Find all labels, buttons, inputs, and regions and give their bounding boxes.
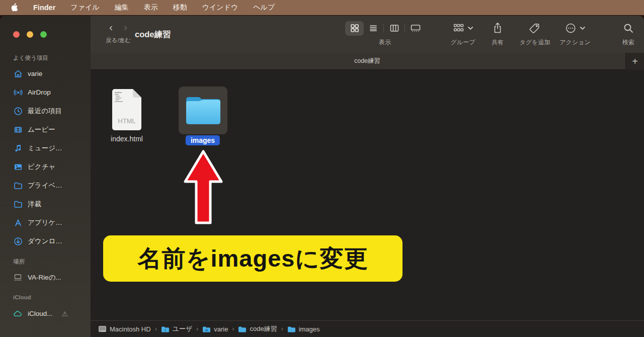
html-file-icon: HTML bbox=[111, 88, 143, 131]
sidebar-item-downloads[interactable]: ダウンロ… bbox=[0, 232, 91, 250]
menu-view[interactable]: 表示 bbox=[144, 3, 158, 12]
zoom-button[interactable] bbox=[40, 31, 47, 38]
home-folder-icon bbox=[202, 326, 211, 332]
icon-view-button[interactable] bbox=[345, 21, 364, 36]
action-label: アクション bbox=[559, 38, 590, 47]
share-label: 共有 bbox=[492, 38, 504, 47]
back-button[interactable]: ‹ bbox=[109, 21, 113, 33]
breadcrumb-separator: › bbox=[154, 325, 157, 332]
menu-help[interactable]: ヘルプ bbox=[253, 3, 275, 12]
breadcrumb-separator: › bbox=[196, 325, 199, 332]
share-tool[interactable]: 共有 bbox=[492, 21, 504, 47]
blue-folder-icon bbox=[183, 95, 223, 127]
file-name: index.html bbox=[99, 135, 154, 143]
file-index-html[interactable]: HTML index.html bbox=[99, 88, 154, 143]
svg-text:HTML: HTML bbox=[118, 117, 135, 125]
crumb-users[interactable]: ユーザ bbox=[161, 324, 193, 333]
breadcrumb-separator: › bbox=[231, 325, 234, 332]
menu-edit[interactable]: 編集 bbox=[115, 3, 129, 12]
back-forward-label: 戻る/進む bbox=[97, 37, 140, 44]
selected-file-name[interactable]: images bbox=[186, 135, 220, 145]
view-switcher: 表示 bbox=[345, 21, 425, 47]
view-label: 表示 bbox=[379, 38, 391, 47]
main-area: ‹ › 戻る/進む code練習 表示 bbox=[91, 16, 644, 337]
sidebar-section-icloud: iCloud bbox=[0, 294, 91, 302]
appstore-icon bbox=[13, 218, 23, 227]
finder-window: よく使う項目 varie AirDrop 最近の項目 ムービー ミュージ… bbox=[0, 16, 644, 337]
home-icon bbox=[13, 69, 23, 78]
group-tool[interactable]: グループ bbox=[451, 21, 475, 47]
search-icon bbox=[623, 23, 634, 34]
window-title: code練習 bbox=[135, 29, 171, 40]
tag-icon bbox=[529, 22, 541, 34]
group-icon bbox=[453, 23, 465, 34]
search-tool[interactable]: 検索 bbox=[622, 21, 634, 47]
airdrop-icon bbox=[13, 88, 23, 97]
tab-code-renshu[interactable]: code練習 bbox=[354, 57, 380, 65]
users-folder-icon bbox=[161, 326, 170, 332]
sidebar: よく使う項目 varie AirDrop 最近の項目 ムービー ミュージ… bbox=[0, 16, 91, 337]
crumb-code-renshu[interactable]: code練習 bbox=[238, 324, 277, 333]
picture-icon bbox=[13, 162, 23, 172]
clock-icon bbox=[13, 106, 23, 116]
group-label: グループ bbox=[451, 38, 475, 47]
close-button[interactable] bbox=[13, 31, 20, 38]
folder-icon bbox=[238, 326, 247, 332]
action-tool[interactable]: アクション bbox=[559, 21, 590, 47]
crumb-images[interactable]: images bbox=[287, 325, 320, 333]
laptop-icon bbox=[13, 273, 23, 282]
sidebar-item-music[interactable]: ミュージ… bbox=[0, 139, 91, 157]
annotation-banner: 名前をimagesに変更 bbox=[103, 235, 403, 282]
menu-file[interactable]: ファイル bbox=[70, 3, 99, 12]
tag-tool[interactable]: タグを追加 bbox=[520, 21, 550, 47]
menu-bar: Finder ファイル 編集 表示 移動 ウインドウ ヘルプ bbox=[0, 0, 644, 15]
sidebar-item-yousai[interactable]: 洋裁 bbox=[0, 195, 91, 213]
cloud-icon bbox=[13, 309, 23, 318]
sidebar-item-recents[interactable]: 最近の項目 bbox=[0, 102, 91, 120]
sidebar-item-movies[interactable]: ムービー bbox=[0, 120, 91, 139]
tag-label: タグを追加 bbox=[520, 38, 550, 47]
navigation-group: ‹ › 戻る/進む bbox=[97, 19, 140, 44]
sidebar-item-applications[interactable]: アプリケ… bbox=[0, 213, 91, 232]
tab-bar: code練習 + bbox=[91, 53, 644, 70]
menu-go[interactable]: 移動 bbox=[173, 3, 187, 12]
breadcrumb-separator: › bbox=[281, 325, 284, 332]
sidebar-item-airdrop[interactable]: AirDrop bbox=[0, 83, 91, 102]
search-label: 検索 bbox=[622, 38, 634, 47]
share-icon bbox=[493, 22, 503, 34]
sidebar-item-va-rie-mac[interactable]: VA-Rieの... bbox=[0, 268, 91, 287]
warning-icon: ⚠ bbox=[62, 310, 68, 318]
chevron-down-icon bbox=[468, 26, 473, 30]
new-tab-button[interactable]: + bbox=[625, 53, 644, 70]
sidebar-item-icloud[interactable]: iCloud... ⚠ bbox=[0, 304, 91, 323]
music-note-icon bbox=[13, 143, 23, 153]
minimize-button[interactable] bbox=[27, 31, 33, 38]
folder-icon bbox=[13, 181, 23, 190]
list-view-button[interactable] bbox=[364, 21, 382, 36]
crumb-varie[interactable]: varie bbox=[202, 325, 228, 333]
folder-icon bbox=[13, 199, 23, 209]
folder-icon bbox=[287, 326, 296, 332]
file-browser-content: HTML index.html images bbox=[91, 70, 644, 320]
sidebar-section-locations: 場所 bbox=[0, 258, 91, 266]
download-icon bbox=[13, 236, 23, 246]
forward-button[interactable]: › bbox=[124, 21, 127, 33]
sidebar-item-varie[interactable]: varie bbox=[0, 64, 91, 83]
toolbar: ‹ › 戻る/進む code練習 表示 bbox=[91, 16, 644, 53]
gallery-view-button[interactable] bbox=[406, 21, 425, 36]
window-controls bbox=[0, 16, 91, 38]
folder-selection-highlight[interactable] bbox=[179, 87, 227, 134]
film-icon bbox=[13, 125, 23, 134]
menu-finder[interactable]: Finder bbox=[33, 4, 55, 12]
crumb-macintosh-hd[interactable]: Macintosh HD bbox=[98, 325, 151, 333]
path-bar: Macintosh HD › ユーザ › varie › code練習 › im… bbox=[91, 320, 644, 337]
red-up-arrow-icon bbox=[183, 149, 223, 225]
chevron-down-icon bbox=[580, 26, 586, 30]
ellipsis-circle-icon bbox=[565, 22, 577, 34]
menu-window[interactable]: ウインドウ bbox=[202, 3, 238, 12]
sidebar-item-pictures[interactable]: ピクチャ bbox=[0, 157, 91, 176]
sidebar-section-favorites: よく使う項目 bbox=[0, 54, 91, 62]
apple-logo-icon[interactable] bbox=[10, 3, 18, 12]
column-view-button[interactable] bbox=[385, 21, 404, 36]
sidebar-item-private[interactable]: プライベ… bbox=[0, 176, 91, 195]
